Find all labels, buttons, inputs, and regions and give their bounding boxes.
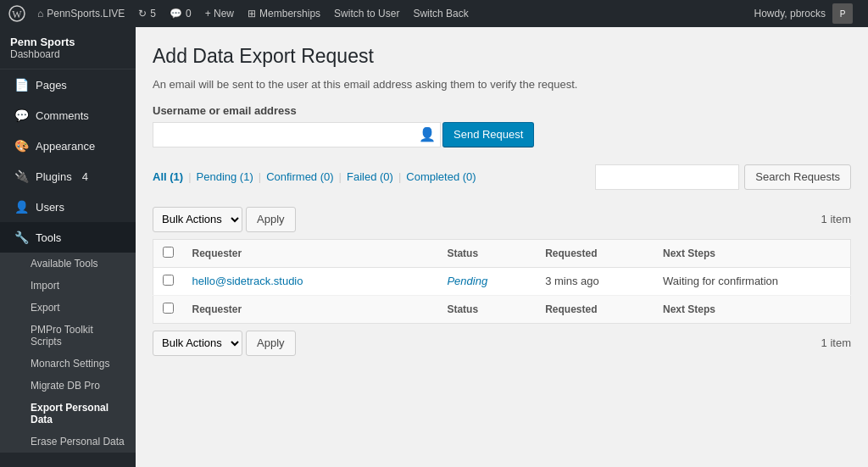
sidebar-label-plugins: Plugins — [36, 170, 72, 183]
table-body: hello@sidetrack.studio Pending 3 mins ag… — [153, 267, 851, 295]
page-title: Add Data Export Request — [153, 44, 851, 69]
filter-links: All (1) | Pending (1) | Confirmed (0) | … — [153, 170, 476, 183]
col-header-requester: Requester — [184, 239, 439, 267]
adminbar-switch-to-user[interactable]: Switch to User — [327, 0, 406, 27]
search-input[interactable] — [595, 164, 739, 190]
filter-pending[interactable]: Pending (1) — [197, 170, 253, 183]
row-requested: 3 mins ago — [537, 267, 654, 295]
col-footer-requested: Requested — [537, 295, 654, 323]
item-count-top: 1 item — [821, 213, 851, 225]
bulk-apply-top-button[interactable]: Apply — [246, 207, 296, 232]
send-request-button[interactable]: Send Request — [442, 122, 534, 147]
page-description: An email will be sent to the user at thi… — [153, 78, 851, 91]
search-box: Search Requests — [595, 164, 851, 190]
user-avatar: P — [832, 3, 853, 24]
submenu-migrate-db-pro[interactable]: Migrate DB Pro — [0, 375, 136, 397]
svg-text:W: W — [12, 8, 22, 20]
requests-table: Requester Status Requested Next Steps he… — [153, 239, 851, 324]
adminbar-comments[interactable]: 💬 0 — [163, 0, 198, 27]
item-count-bottom: 1 item — [821, 336, 851, 349]
sidebar-item-tools[interactable]: 🔧 Tools — [0, 222, 136, 253]
comments-icon: 💬 — [170, 8, 182, 19]
submenu-monarch-settings[interactable]: Monarch Settings — [0, 353, 136, 375]
memberships-icon: ⊞ — [248, 8, 256, 19]
filter-failed[interactable]: Failed (0) — [347, 170, 393, 183]
adminbar-site-name[interactable]: ⌂ PennSports.LIVE — [31, 0, 131, 27]
col-footer-status: Status — [438, 295, 537, 323]
sidebar-label-appearance: Appearance — [36, 140, 95, 153]
submenu-available-tools[interactable]: Available Tools — [0, 253, 136, 275]
bulk-apply-bottom-button[interactable]: Apply — [246, 331, 296, 356]
input-row: 👤 Send Request — [153, 122, 851, 147]
sidebar-label-pages: Pages — [36, 79, 67, 92]
page-wrap: Add Data Export Request An email will be… — [153, 44, 851, 356]
row-requester: hello@sidetrack.studio — [184, 267, 439, 295]
requester-email-link[interactable]: hello@sidetrack.studio — [192, 275, 303, 287]
submenu-erase-personal-data[interactable]: Erase Personal Data — [0, 431, 136, 453]
adminbar-right: Howdy, pbrocks P — [748, 0, 860, 27]
bulk-actions-bottom-select[interactable]: Bulk Actions — [153, 331, 242, 356]
bulk-actions-bottom: Bulk Actions Apply — [153, 331, 296, 356]
wp-logo[interactable]: W — [8, 5, 25, 22]
site-name-icon: ⌂ — [37, 8, 43, 19]
col-header-status: Status — [438, 239, 537, 267]
users-icon: 👤 — [14, 200, 29, 214]
sidebar-item-plugins[interactable]: 🔌 Plugins 4 — [0, 161, 136, 192]
table-row: hello@sidetrack.studio Pending 3 mins ag… — [153, 267, 851, 295]
username-label: Username or email address — [153, 104, 851, 117]
select-all-bottom-checkbox[interactable] — [163, 303, 174, 314]
submenu-export[interactable]: Export — [0, 297, 136, 319]
site-name-block[interactable]: Penn Sports Dashboard — [0, 27, 136, 69]
plugins-icon: 🔌 — [14, 170, 29, 183]
submenu-pmpro-toolkit[interactable]: PMPro Toolkit Scripts — [0, 319, 136, 353]
sidebar-item-users[interactable]: 👤 Users — [0, 192, 136, 222]
row-select-checkbox[interactable] — [163, 275, 174, 286]
sidebar-label-comments: Comments — [36, 109, 89, 122]
sidebar-item-pages[interactable]: 📄 Pages — [0, 69, 136, 100]
tools-icon: 🔧 — [14, 231, 29, 244]
sidebar-item-settings[interactable]: ⚙ Settings — [0, 459, 136, 467]
adminbar-new[interactable]: + New — [198, 0, 241, 27]
sidebar-item-appearance[interactable]: 🎨 Appearance — [0, 131, 136, 161]
search-requests-button[interactable]: Search Requests — [744, 164, 851, 190]
submenu-export-personal-data[interactable]: Export Personal Data — [0, 397, 136, 431]
select-all-top-checkbox[interactable] — [163, 247, 174, 258]
submenu-import[interactable]: Import — [0, 275, 136, 297]
sidebar-item-comments[interactable]: 💬 Comments — [0, 100, 136, 131]
adminbar-updates[interactable]: ↻ 5 — [131, 0, 163, 27]
filter-confirmed[interactable]: Confirmed (0) — [266, 170, 333, 183]
sidebar-dashboard: Dashboard — [10, 48, 125, 60]
updates-icon: ↻ — [138, 8, 147, 19]
adminbar-switch-back[interactable]: Switch Back — [406, 0, 475, 27]
tablenav-bottom: Bulk Actions Apply 1 item — [153, 331, 851, 356]
filter-all[interactable]: All (1) — [153, 170, 183, 183]
row-status: Pending — [438, 267, 537, 295]
admin-menu: Penn Sports Dashboard 📄 Pages 💬 Comments… — [0, 27, 136, 467]
row-checkbox — [153, 267, 184, 295]
comments-icon: 💬 — [14, 108, 29, 122]
main-content: Add Data Export Request An email will be… — [136, 27, 868, 467]
col-footer-nextsteps: Next Steps — [654, 295, 850, 323]
col-header-requested: Requested — [537, 239, 654, 267]
adminbar-memberships[interactable]: ⊞ Memberships — [241, 0, 327, 27]
col-footer-requester: Requester — [184, 295, 439, 323]
user-lookup-icon: 👤 — [419, 126, 436, 142]
filter-completed[interactable]: Completed (0) — [406, 170, 476, 183]
plugins-badge: 4 — [82, 170, 88, 183]
bulk-actions-top-select[interactable]: Bulk Actions — [153, 207, 242, 232]
bulk-actions-top: Bulk Actions Apply — [153, 207, 296, 232]
appearance-icon: 🎨 — [14, 139, 29, 153]
sidebar-site-name: Penn Sports — [10, 36, 125, 48]
row-nextsteps: Waiting for confirmation — [654, 267, 850, 295]
wp-wrap: Penn Sports Dashboard 📄 Pages 💬 Comments… — [0, 27, 868, 467]
username-email-field[interactable] — [153, 122, 441, 147]
pages-icon: 📄 — [14, 78, 29, 92]
admin-bar: W ⌂ PennSports.LIVE ↻ 5 💬 0 + New ⊞ Memb… — [0, 0, 868, 27]
add-request-form: Username or email address 👤 Send Request — [153, 104, 851, 147]
col-header-checkbox — [153, 239, 184, 267]
adminbar-howdy[interactable]: Howdy, pbrocks P — [748, 0, 860, 27]
col-header-nextsteps: Next Steps — [654, 239, 850, 267]
col-footer-checkbox — [153, 295, 184, 323]
sidebar-label-tools: Tools — [36, 231, 61, 244]
tablenav-top: Bulk Actions Apply 1 item — [153, 207, 851, 232]
